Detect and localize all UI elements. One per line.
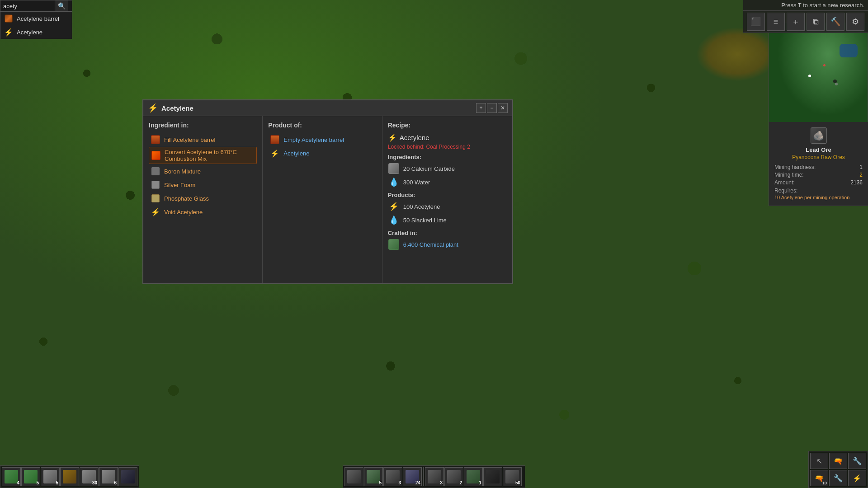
- ingredient-in-panel: Ingredient in: Fill Acetylene barrel Con…: [143, 116, 263, 283]
- hotbar-slot-g2-2[interactable]: 2: [444, 467, 463, 486]
- tool-icon: 🔧: [853, 457, 862, 465]
- acetylene-product-icon: ⚡: [270, 148, 280, 158]
- hotbar-slot-g2-4[interactable]: [483, 467, 502, 486]
- br-row-1: ↖ 🔫 🔧: [810, 453, 866, 469]
- research-prompt-bar: Press T to start a new research.: [743, 0, 868, 11]
- convert-icon: [151, 150, 161, 160]
- minimap-water: [840, 44, 858, 57]
- products-header: Products:: [388, 192, 507, 198]
- product-of-header: Product of:: [268, 122, 376, 129]
- br-slot-extra3[interactable]: ⚡: [848, 470, 866, 486]
- product-of-panel: Product of: Empty Acetylene barrel ⚡ Ace…: [263, 116, 382, 283]
- acetylene-dialog: ⚡ Acetylene + − ✕ Ingredient in: Fill Ac…: [142, 99, 513, 284]
- ingredient-item-silver-foam[interactable]: Silver Foam: [149, 178, 257, 191]
- product-acetylene-amount: 100 Acetylene: [403, 203, 440, 210]
- br-slot-cursor[interactable]: ↖: [810, 453, 828, 469]
- product-acetylene-row: ⚡ 100 Acetylene: [388, 201, 507, 212]
- minimap-player-dot: [808, 75, 811, 77]
- bl-slot-4[interactable]: [60, 467, 79, 486]
- ingredient-item-phosphate[interactable]: Phosphate Glass: [149, 192, 257, 205]
- hotbar-group-1: 5 3 24: [344, 467, 424, 486]
- br-slot-extra2[interactable]: 🔧: [829, 470, 847, 486]
- bl-slot-6[interactable]: 6: [99, 467, 118, 486]
- void-icon: ⚡: [151, 207, 160, 217]
- bl-slot-2[interactable]: 5: [21, 467, 40, 486]
- dropdown-item-acetylene[interactable]: ⚡ Acetylene: [0, 25, 72, 39]
- hotbar-count-g1-3: 3: [398, 480, 401, 485]
- hotbar-slot-g1-2[interactable]: 5: [364, 467, 383, 486]
- hotbar-slot-g1-3[interactable]: 3: [383, 467, 402, 486]
- dropdown-item-barrel[interactable]: Acetylene barrel: [0, 12, 72, 25]
- ingredient-item-convert[interactable]: Convert Acetylene to 670°C Combustion Mi…: [149, 147, 257, 164]
- hotbar-count-g2-3: 1: [479, 480, 481, 485]
- hotbar-slot-g2-3[interactable]: 1: [464, 467, 483, 486]
- ore-label: Lead Ore: [774, 146, 863, 153]
- product-acetylene-icon: ⚡: [388, 201, 400, 212]
- hotbar-slot-g2-5[interactable]: 50: [503, 467, 522, 486]
- convert-label: Convert Acetylene to 670°C Combustion Mi…: [165, 149, 255, 162]
- mining-hardness-label: Mining hardness:: [774, 164, 816, 170]
- crafted-in-header: Crafted in:: [388, 230, 507, 236]
- dropdown-item-barrel-label: Acetylene barrel: [17, 15, 59, 22]
- toolbar-icon-group: ⬛ ≡ ＋ ⧉ 🔨 ⚙: [747, 13, 864, 31]
- ingredient-item-void[interactable]: ⚡ Void Acetylene: [149, 206, 257, 218]
- product-item-empty-barrel[interactable]: Empty Acetylene barrel: [268, 133, 376, 146]
- toolbar-settings-icon[interactable]: ⚙: [846, 13, 864, 31]
- br-slot-extra1[interactable]: 🔫 10: [810, 470, 828, 486]
- empty-barrel-label: Empty Acetylene barrel: [283, 136, 344, 143]
- locked-text: Locked behind: Coal Processing 2: [388, 144, 507, 150]
- dialog-close-btn[interactable]: ✕: [498, 103, 508, 113]
- search-input[interactable]: [0, 1, 55, 11]
- fill-barrel-label: Fill Acetylene barrel: [164, 136, 215, 143]
- bottom-center-hotbar: 5 3 24 3 2 1 50: [343, 465, 525, 488]
- bl-count-6: 6: [114, 480, 117, 485]
- mining-time-value: 2: [859, 172, 863, 178]
- toolbar-build-icon[interactable]: 🔨: [826, 13, 844, 31]
- dialog-minimize-btn[interactable]: −: [487, 103, 497, 113]
- chem-plant-icon: [388, 239, 400, 250]
- toolbar-icons-row: ⬛ ≡ ＋ ⧉ 🔨 ⚙: [743, 11, 868, 33]
- minimap[interactable]: [769, 23, 868, 127]
- product-slacked-lime-amount: 50 Slacked Lime: [403, 217, 447, 224]
- silver-foam-label: Silver Foam: [164, 182, 195, 188]
- bottom-left-hotbar: 4 5 5 30 6: [0, 465, 139, 488]
- bl-slot-7[interactable]: [118, 467, 137, 486]
- amount-row: Amount: 2136: [774, 179, 863, 186]
- barrel-icon: [4, 14, 13, 23]
- ingredient-item-boron[interactable]: Boron Mixture: [149, 165, 257, 178]
- product-item-acetylene[interactable]: ⚡ Acetylene: [268, 147, 376, 160]
- bl-slot-1[interactable]: 4: [2, 467, 21, 486]
- bl-count-5: 30: [92, 480, 97, 485]
- toolbar-list-icon[interactable]: ≡: [767, 13, 785, 31]
- ore-info-panel: 🪨 Lead Ore Pyanodons Raw Ores Mining har…: [769, 122, 868, 206]
- ore-source: Pyanodons Raw Ores: [774, 154, 863, 160]
- amount-value: 2136: [850, 179, 863, 186]
- boron-icon: [151, 166, 160, 176]
- search-dropdown: Acetylene barrel ⚡ Acetylene: [0, 12, 72, 39]
- recipe-name-icon: ⚡: [388, 133, 397, 142]
- top-right-toolbar: Press T to start a new research. ⬛ ≡ ＋ ⧉…: [743, 0, 868, 33]
- hotbar-slot-g1-4[interactable]: 24: [403, 467, 422, 486]
- br-slot-tool[interactable]: 🔧: [848, 453, 866, 469]
- search-button[interactable]: 🔍: [55, 0, 68, 11]
- research-prompt-text: Press T to start a new research.: [781, 2, 864, 9]
- search-box: 🔍: [0, 0, 72, 12]
- mining-hardness-row: Mining hardness: 1: [774, 164, 863, 170]
- ore-icon: 🪨: [811, 127, 827, 144]
- recipe-name-row: ⚡ Acetylene: [388, 133, 507, 142]
- toolbar-layers-icon[interactable]: ⧉: [807, 13, 825, 31]
- dialog-title-bar: ⚡ Acetylene + − ✕: [143, 100, 512, 116]
- bl-slot-5[interactable]: 30: [80, 467, 99, 486]
- bl-slot-3[interactable]: 5: [41, 467, 60, 486]
- toolbar-add-icon[interactable]: ＋: [787, 13, 805, 31]
- hotbar-count-g1-2: 5: [379, 480, 382, 485]
- water-label: 300 Water: [403, 179, 430, 186]
- recipe-name-text: Acetylene: [400, 134, 429, 141]
- ingredient-item-fill-barrel[interactable]: Fill Acetylene barrel: [149, 133, 257, 146]
- hotbar-slot-g2-1[interactable]: 3: [425, 467, 444, 486]
- toolbar-map-icon[interactable]: ⬛: [747, 13, 765, 31]
- dialog-expand-btn[interactable]: +: [476, 103, 486, 113]
- hotbar-slot-g1-1[interactable]: [344, 467, 363, 486]
- acetylene-product-label: Acetylene: [283, 150, 309, 157]
- br-slot-gun[interactable]: 🔫: [829, 453, 847, 469]
